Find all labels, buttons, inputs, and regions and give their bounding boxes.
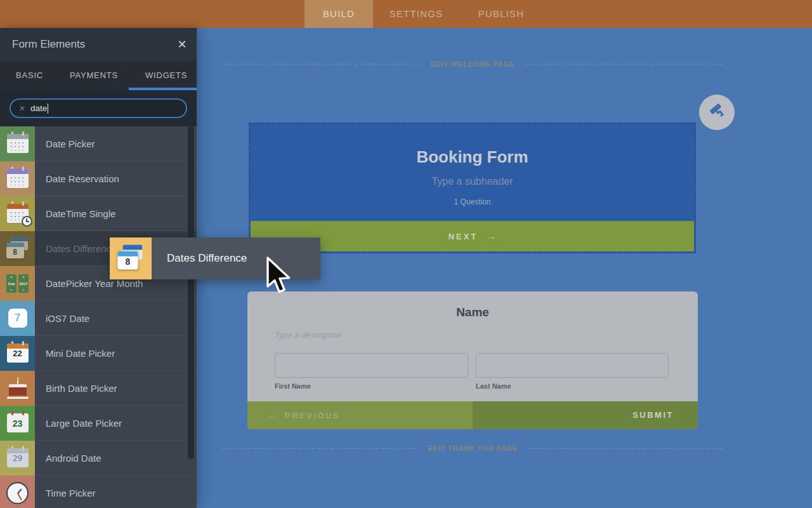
next-button-label: NEXT: [449, 232, 478, 241]
calendar-clock-icon: [0, 196, 35, 231]
calendar-icon: [0, 126, 35, 161]
double-calendar-icon: 8: [0, 231, 35, 266]
widget-label: Dates Difference: [46, 231, 116, 266]
widget-list-item-ios7-date[interactable]: 7 iOS7 Date: [0, 301, 197, 336]
right-arrow-icon: →: [487, 231, 496, 241]
tab-payments[interactable]: PAYMENTS: [70, 61, 118, 90]
panel-title: Form Elements: [12, 28, 85, 61]
submit-button-label: SUBMIT: [632, 410, 674, 420]
question-label[interactable]: Name: [247, 305, 698, 319]
dashed-line: [222, 448, 417, 449]
widget-list-item-time-picker[interactable]: Time Picker: [0, 476, 197, 508]
widget-list-item-android-date[interactable]: 29 Android Date: [0, 441, 197, 476]
first-name-input[interactable]: [275, 353, 468, 378]
text-caret: [48, 104, 48, 114]
panel-scrollbar-thumb[interactable]: [188, 126, 194, 459]
form-designer-button[interactable]: [699, 95, 735, 130]
widget-label: Date Picker: [46, 126, 95, 161]
paint-roller-icon: [708, 102, 726, 123]
dashed-line: [525, 64, 723, 65]
card-footer: ←PREVIOUS SUBMIT: [247, 401, 698, 429]
edit-welcome-page-label: EDIT WELCOME PAGE: [431, 60, 515, 68]
calendar-icon: [0, 161, 35, 196]
ios-calendar-icon: 7: [0, 301, 35, 336]
tab-basic[interactable]: BASIC: [16, 61, 43, 90]
widget-list-item-birth-date-picker[interactable]: Birth Date Picker: [0, 371, 197, 406]
mini-calendar-icon: 22: [0, 336, 35, 371]
widget-label: Date Reservation: [46, 161, 119, 196]
tab-publish[interactable]: PUBLISH: [469, 0, 533, 28]
widget-label: Time Picker: [46, 476, 96, 508]
tab-settings[interactable]: SETTINGS: [381, 0, 452, 28]
birthday-cake-icon: [0, 371, 35, 406]
widget-label: Large Date Picker: [46, 406, 122, 441]
widget-label: iOS7 Date: [46, 301, 89, 336]
mouse-cursor: [266, 257, 296, 298]
tab-build[interactable]: BUILD: [304, 0, 373, 28]
panel-header: Form Elements ✕: [0, 28, 197, 61]
submit-button[interactable]: SUBMIT: [473, 401, 698, 429]
widget-list-item-mini-date-picker[interactable]: 22 Mini Date Picker: [0, 336, 197, 371]
dashed-line: [222, 64, 421, 65]
app-top-bar: BUILD SETTINGS PUBLISH: [0, 0, 812, 28]
year-month-calendar-icon: + Feb − + 2017 −: [0, 266, 35, 301]
android-calendar-icon: 29: [0, 441, 35, 476]
widget-list-item-date-picker[interactable]: Date Picker: [0, 126, 197, 161]
close-icon[interactable]: ✕: [173, 28, 192, 61]
clear-search-icon[interactable]: ✕: [19, 104, 25, 113]
widget-label: Birth Date Picker: [46, 371, 117, 406]
question-count: 1 Question: [251, 197, 694, 206]
dashed-line: [528, 448, 723, 449]
search-input-value: date: [30, 104, 47, 113]
double-calendar-icon: 8: [110, 237, 152, 279]
widget-label: DateTime Single: [46, 196, 115, 231]
thank-you-page-divider[interactable]: EDIT THANK YOU PAGE: [222, 444, 723, 452]
widget-search-section: ✕ date: [0, 90, 197, 126]
widget-list-item-date-reservation[interactable]: Date Reservation: [0, 161, 197, 196]
widget-list-item-large-date-picker[interactable]: 23 Large Date Picker: [0, 406, 197, 441]
widget-label: Mini Date Picker: [46, 336, 115, 371]
last-name-input[interactable]: [476, 353, 669, 378]
question-description-placeholder[interactable]: Type a description: [275, 330, 698, 340]
previous-button-label: PREVIOUS: [285, 411, 340, 420]
previous-button[interactable]: ←PREVIOUS: [247, 401, 473, 429]
welcome-page-divider[interactable]: EDIT WELCOME PAGE: [222, 60, 723, 68]
tab-widgets[interactable]: WIDGETS: [145, 61, 187, 90]
last-name-label: Last Name: [476, 382, 511, 390]
left-arrow-icon: ←: [268, 410, 277, 420]
panel-tab-bar: BASIC PAYMENTS WIDGETS: [0, 61, 197, 90]
form-subheader-placeholder[interactable]: Type a subheader: [251, 176, 694, 187]
clock-icon: [0, 476, 35, 508]
large-calendar-icon: 23: [0, 406, 35, 441]
name-question-card[interactable]: Name Type a description First Name Last …: [247, 291, 698, 429]
widget-search-input[interactable]: ✕ date: [10, 98, 187, 118]
edit-thank-you-page-label: EDIT THANK YOU PAGE: [428, 444, 518, 452]
widget-list-item-datetime-single[interactable]: DateTime Single: [0, 196, 197, 231]
welcome-page-card[interactable]: Booking Form Type a subheader 1 Question…: [249, 123, 696, 253]
welcome-card-body: Booking Form Type a subheader 1 Question: [251, 124, 694, 221]
first-name-label: First Name: [275, 382, 311, 390]
form-title[interactable]: Booking Form: [251, 147, 694, 167]
widget-label: Android Date: [46, 441, 102, 476]
